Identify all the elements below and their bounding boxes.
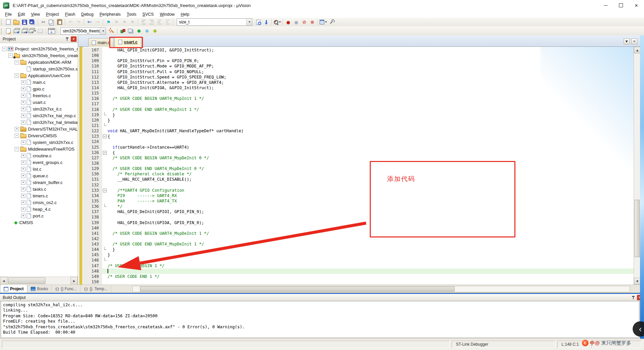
find-in-files-button[interactable] xyxy=(255,19,262,25)
breakpoint-toggle-button[interactable]: ● xyxy=(285,19,292,25)
stop-build-button[interactable] xyxy=(37,28,44,34)
scroll-right-icon[interactable]: ▶ xyxy=(70,277,78,285)
rebuild-all-button[interactable] xyxy=(21,28,28,34)
check-update-button[interactable]: ◆ xyxy=(151,28,159,34)
tree-item-stm32h7xx-hal-msp-c[interactable]: +stm32h7xx_hal_msp.c xyxy=(0,112,78,119)
bookmark-toggle-button[interactable]: ⚑ xyxy=(105,19,112,25)
collapse-icon[interactable]: − xyxy=(2,47,6,51)
breakpoint-enable-button[interactable]: ● xyxy=(293,19,300,25)
expand-icon[interactable]: + xyxy=(21,180,25,185)
tree-item-middlewares-freertos[interactable]: −Middlewares/FreeRTOS xyxy=(0,146,78,152)
code-line-134[interactable]: 134 PI9 ------> UART4_RX xyxy=(82,193,634,198)
navigate-back-button[interactable]: ← xyxy=(86,19,93,25)
code-line-119[interactable]: 119 } xyxy=(82,112,634,118)
code-line-140[interactable]: 140 xyxy=(82,225,634,231)
code-line-141[interactable]: 141 /* USER CODE BEGIN UART4_MspDeInit 1… xyxy=(82,231,634,236)
code-line-130[interactable]: 130 /* Peripheral clock disable */ xyxy=(82,171,634,177)
project-panel-hscrollbar[interactable]: ◀ ▶ xyxy=(0,277,78,285)
scroll-thumb[interactable] xyxy=(8,278,45,284)
tree-item-main-c[interactable]: +main.c xyxy=(0,79,78,85)
code-line-135[interactable]: 135 PA0 ------> UART4_TX xyxy=(82,198,634,204)
tree-item-stream-buffer-c[interactable]: +stream_buffer.c xyxy=(0,179,78,186)
expand-icon[interactable]: + xyxy=(21,100,25,105)
code-line-122[interactable]: 122void HAL_UART_MspDeInit(UART_HandleTy… xyxy=(82,128,634,134)
uncomment-button[interactable] xyxy=(164,19,171,25)
bookmark-clear-button[interactable]: ⚑ xyxy=(129,19,136,25)
expand-icon[interactable]: + xyxy=(21,194,25,198)
configure-button[interactable] xyxy=(328,19,335,25)
expand-icon[interactable]: + xyxy=(21,94,25,98)
incremental-find-button[interactable] xyxy=(263,19,270,25)
tree-item-usart-c[interactable]: +usart.c xyxy=(0,99,78,106)
tree-item-drivers-cmsis[interactable]: −Drivers/CMSIS xyxy=(0,132,78,139)
scroll-down-icon[interactable]: ▼ xyxy=(634,278,641,285)
code-line-118[interactable]: 118 /* USER CODE END UART4_MspInit 1 */ xyxy=(82,107,634,112)
new-file-button[interactable] xyxy=(5,19,12,25)
dock-tab-temp[interactable]: {}{}. Temp... xyxy=(80,285,111,293)
menu-debug[interactable]: Debug xyxy=(78,11,97,17)
scroll-track[interactable] xyxy=(7,277,70,285)
code-line-138[interactable]: 138 xyxy=(82,214,634,220)
tree-item-tasks-c[interactable]: +tasks.c xyxy=(0,186,78,192)
expand-icon[interactable]: + xyxy=(21,140,25,145)
code-line-148[interactable]: 148 xyxy=(82,269,634,274)
tree-item-startup-stm32h750xx-s[interactable]: startup_stm32h750xx.s xyxy=(0,65,78,72)
menu-project[interactable]: Project xyxy=(43,11,62,17)
menu-help[interactable]: Help xyxy=(178,11,192,17)
code-line-137[interactable]: 137 HAL_GPIO_DeInit(GPIOI, GPIO_PIN_9); xyxy=(82,209,634,214)
code-line-108[interactable]: 108 xyxy=(82,53,634,58)
expand-icon[interactable]: + xyxy=(21,200,25,205)
code-line-142[interactable]: 142 xyxy=(82,236,634,241)
expand-icon[interactable]: + xyxy=(21,207,25,211)
code-line-111[interactable]: 111 GPIO_InitStruct.Pull = GPIO_NOPULL; xyxy=(82,69,634,74)
unindent-button[interactable] xyxy=(140,19,147,25)
tree-item-gpio-c[interactable]: +gpio.c xyxy=(0,85,78,92)
save-all-button[interactable] xyxy=(29,19,36,25)
code-line-107[interactable]: 107 HAL_GPIO_Init(GPIOI, &GPIO_InitStruc… xyxy=(82,47,634,53)
code-line-113[interactable]: 113 GPIO_InitStruct.Alternate = GPIO_AF8… xyxy=(82,80,634,85)
code-line-124[interactable]: 124 xyxy=(82,139,634,144)
code-line-136[interactable]: 136 */ xyxy=(82,204,634,209)
menu-view[interactable]: View xyxy=(28,11,43,17)
code-line-128[interactable]: 128 xyxy=(82,161,634,166)
code-line-112[interactable]: 112 GPIO_InitStruct.Speed = GPIO_SPEED_F… xyxy=(82,74,634,80)
find-dropdown-button[interactable] xyxy=(274,19,281,25)
project-panel-close-button[interactable]: x xyxy=(71,36,76,42)
expand-icon[interactable]: + xyxy=(21,160,25,165)
paste-button[interactable] xyxy=(56,19,63,25)
scroll-track[interactable] xyxy=(634,53,640,279)
redo-button[interactable]: ↷ xyxy=(75,19,82,25)
tree-item-application-mdk-arm[interactable]: −Application/MDK-ARM xyxy=(0,59,78,65)
scroll-thumb[interactable] xyxy=(634,200,640,257)
search-input[interactable]: size_t xyxy=(177,18,252,26)
target-select[interactable]: stm32h750xb_freertos_cr xyxy=(60,27,106,35)
code-line-125[interactable]: 125 if(uartHandle->Instance==UART4) xyxy=(82,145,634,150)
comment-button[interactable] xyxy=(156,19,163,25)
code-line-150[interactable]: 150 xyxy=(82,279,634,285)
menu-tools[interactable]: Tools xyxy=(124,11,139,17)
breakpoint-kill-all-button[interactable]: ⊗ xyxy=(309,19,316,25)
bookmark-prev-button[interactable]: ⚑ xyxy=(113,19,120,25)
expand-icon[interactable]: + xyxy=(21,174,25,178)
undo-button[interactable]: ↶ xyxy=(67,19,74,25)
pin-button[interactable] xyxy=(631,295,636,300)
copy-button[interactable] xyxy=(48,19,55,25)
code-line-114[interactable]: 114 HAL_GPIO_Init(GPIOA, &GPIO_InitStruc… xyxy=(82,85,634,91)
save-button[interactable] xyxy=(21,19,28,25)
tree-item-drivers-stm32h7xx-hal-driver[interactable]: +Drivers/STM32H7xx_HAL_Driver xyxy=(0,126,78,132)
code-line-127[interactable]: 127 /* USER CODE BEGIN UART4_MspDeInit 0… xyxy=(82,155,634,161)
tree-item-stm32h750xb-freertos-createtask[interactable]: −stm32h750xb_freertos_createtask xyxy=(0,52,78,59)
menu-peripherals[interactable]: Peripherals xyxy=(97,11,124,17)
target-options-button[interactable] xyxy=(108,28,116,34)
tree-item-stm32h7xx-it-c[interactable]: +stm32h7xx_it.c xyxy=(0,106,78,112)
build-button[interactable] xyxy=(13,28,20,34)
bookmark-next-button[interactable]: ⚑ xyxy=(121,19,128,25)
fold-collapse-icon[interactable]: − xyxy=(103,151,107,155)
expand-icon[interactable]: + xyxy=(21,107,25,111)
code-line-123[interactable]: 123−{ xyxy=(82,134,634,139)
manage-rte-button[interactable] xyxy=(119,28,127,34)
maximize-button[interactable] xyxy=(613,0,629,11)
code-line-146[interactable]: 146 xyxy=(82,257,634,263)
indent-button[interactable] xyxy=(148,19,155,25)
code-line-116[interactable]: 116 /* USER CODE BEGIN UART4_MspInit 1 *… xyxy=(82,96,634,101)
